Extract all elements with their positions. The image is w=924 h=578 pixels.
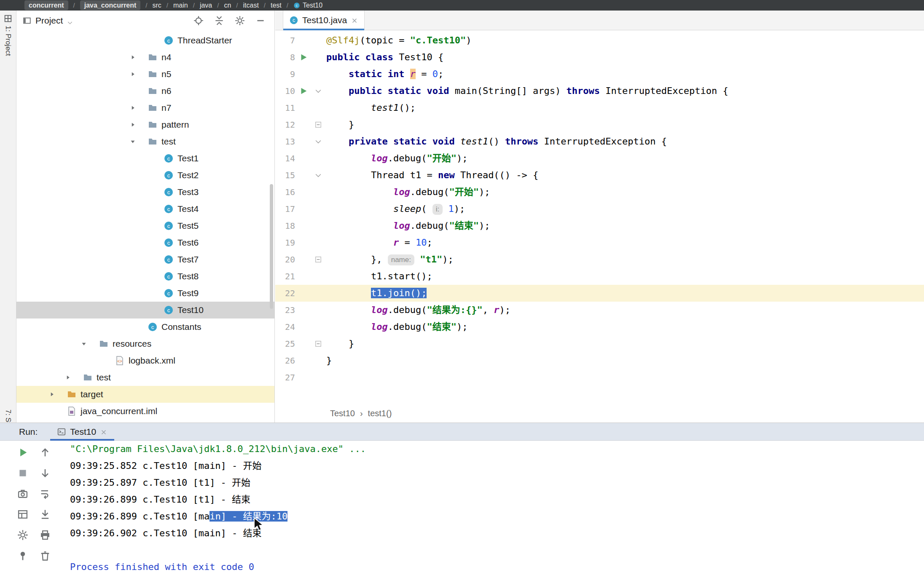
scroll-to-end-button[interactable] [39, 508, 51, 520]
breadcrumb-item-test[interactable]: test [271, 0, 282, 10]
tree-item-test7[interactable]: cTest7 [16, 251, 274, 268]
breadcrumb-item-main[interactable]: main [173, 0, 188, 10]
hide-button[interactable] [255, 15, 266, 26]
tree-item-test3[interactable]: cTest3 [16, 184, 274, 201]
editor-tab-test10-java[interactable]: c Test10.java [283, 11, 365, 30]
breadcrumb-item-cn[interactable]: cn [224, 0, 231, 10]
code-line-15[interactable]: 15 Thread t1 = new Thread(() -> { [275, 167, 924, 184]
stop-button[interactable] [17, 467, 29, 479]
tree-item-resources[interactable]: resources [16, 335, 274, 352]
fold-box-icon[interactable] [314, 340, 322, 348]
console-line[interactable]: 09:39:25.897 c.Test10 [t1] - 开始 [70, 474, 924, 491]
run-icon[interactable] [299, 53, 308, 62]
breadcrumb-item-src[interactable]: src [153, 0, 161, 10]
chevron-down-icon[interactable] [80, 340, 88, 348]
clear-console-button[interactable] [39, 550, 51, 562]
code-line-10[interactable]: 10 public static void main(String[] args… [275, 83, 924, 99]
rerun-button[interactable] [17, 447, 29, 458]
code-line-12[interactable]: 12 } [275, 116, 924, 133]
breadcrumb-item-itcast[interactable]: itcast [243, 0, 259, 10]
settings-button[interactable] [234, 15, 245, 26]
code-line-18[interactable]: 18 log.debug("结束"); [275, 217, 924, 234]
chevron-right-icon[interactable] [48, 391, 56, 398]
close-icon[interactable] [100, 428, 107, 436]
tree-item-n7[interactable]: n7 [16, 99, 274, 116]
tree-item-test8[interactable]: cTest8 [16, 268, 274, 285]
breadcrumb-item-test10[interactable]: cTest10 [293, 0, 322, 10]
project-scrollbar[interactable] [270, 184, 273, 309]
breadcrumb-class[interactable]: Test10 [330, 409, 355, 418]
code-line-13[interactable]: 13 private static void test1() throws In… [275, 133, 924, 150]
chevron-right-icon[interactable] [129, 54, 137, 61]
code-editor[interactable]: 7@Slf4j(topic = "c.Test10")8public class… [275, 32, 924, 386]
tree-item-n4[interactable]: n4 [16, 49, 274, 66]
code-line-16[interactable]: 16 log.debug("开始"); [275, 184, 924, 201]
project-stripe-button[interactable]: 1: Project [4, 26, 12, 56]
settings-button[interactable] [17, 529, 29, 541]
down-stack-button[interactable] [39, 467, 51, 479]
tree-item-threadstarter[interactable]: cThreadStarter [16, 32, 274, 49]
console-line[interactable]: 09:39:26.899 c.Test10 [t1] - 结束 [70, 491, 924, 508]
tree-item-test4[interactable]: cTest4 [16, 201, 274, 217]
code-line-23[interactable]: 23 log.debug("结果为:{}", r); [275, 302, 924, 318]
code-line-14[interactable]: 14 log.debug("开始"); [275, 150, 924, 167]
run-tab-test10[interactable]: Test10 [50, 423, 114, 441]
tree-item-test[interactable]: test [16, 133, 274, 150]
print-button[interactable] [39, 529, 51, 541]
fold-box-icon[interactable] [314, 255, 322, 264]
chevron-right-icon[interactable] [129, 121, 137, 128]
tree-item-java-concurrent-iml[interactable]: java_concurrent.iml [16, 403, 274, 420]
fold-open-icon[interactable] [314, 171, 322, 179]
breadcrumb-item-concurrent[interactable]: concurrent [24, 0, 68, 10]
tree-item-constants[interactable]: cConstants [16, 318, 274, 335]
tree-item-pattern[interactable]: pattern [16, 116, 274, 133]
code-line-9[interactable]: 9 static int r = 0; [275, 66, 924, 83]
tree-item-logback-xml[interactable]: <>logback.xml [16, 352, 274, 369]
chevron-right-icon[interactable] [129, 70, 137, 78]
console-output[interactable]: "C:\Program Files\Java\jdk1.8.0_212\bin\… [70, 441, 924, 578]
tree-item-n5[interactable]: n5 [16, 66, 274, 83]
fold-box-icon[interactable] [314, 120, 322, 129]
close-icon[interactable] [351, 17, 358, 24]
code-line-17[interactable]: 17 sleep( i: 1); [275, 201, 924, 217]
fold-open-icon[interactable] [314, 87, 322, 95]
collapse-all-button[interactable] [214, 15, 225, 26]
chevron-right-icon[interactable] [64, 374, 72, 381]
console-line[interactable]: 09:39:26.902 c.Test10 [main] - 结束 [70, 525, 924, 542]
camera-button[interactable] [17, 488, 29, 500]
tree-item-test[interactable]: test [16, 369, 274, 386]
up-stack-button[interactable] [39, 447, 51, 458]
chevron-down-icon[interactable] [129, 138, 137, 145]
breadcrumb-method[interactable]: test1() [368, 409, 392, 418]
breadcrumb-item-java-concurrent[interactable]: java_concurrent [80, 0, 141, 10]
tree-item-n6[interactable]: n6 [16, 83, 274, 99]
fold-open-icon[interactable] [314, 137, 322, 146]
tree-item-test9[interactable]: cTest9 [16, 285, 274, 302]
grid-icon[interactable] [3, 14, 13, 23]
code-line-27[interactable]: 27 [275, 369, 924, 386]
console-line[interactable]: Process finished with exit code 0 [70, 559, 924, 575]
code-line-22[interactable]: 22 t1.join(); [275, 285, 924, 302]
code-line-7[interactable]: 7@Slf4j(topic = "c.Test10") [275, 32, 924, 49]
restore-layout-button[interactable] [17, 508, 29, 520]
locate-button[interactable] [193, 15, 204, 26]
tree-item-test10[interactable]: cTest10 [16, 302, 274, 318]
project-panel-title[interactable]: Project [35, 16, 63, 26]
code-line-25[interactable]: 25 } [275, 335, 924, 352]
code-line-8[interactable]: 8public class Test10 { [275, 49, 924, 66]
pin-button[interactable] [17, 550, 29, 562]
tree-item-test5[interactable]: cTest5 [16, 217, 274, 234]
tree-item-test2[interactable]: cTest2 [16, 167, 274, 184]
console-line[interactable]: "C:\Program Files\Java\jdk1.8.0_212\bin\… [70, 441, 924, 458]
breadcrumb-item-java[interactable]: java [200, 0, 212, 10]
tree-item-target[interactable]: target [16, 386, 274, 403]
code-line-19[interactable]: 19 r = 10; [275, 234, 924, 251]
code-line-21[interactable]: 21 t1.start(); [275, 268, 924, 285]
console-line[interactable]: 09:39:26.899 c.Test10 [main] - 结果为:10 [70, 508, 924, 525]
console-line[interactable] [70, 542, 924, 559]
tree-item-test6[interactable]: cTest6 [16, 234, 274, 251]
code-line-11[interactable]: 11 test1(); [275, 99, 924, 116]
soft-wrap-button[interactable] [39, 488, 51, 500]
code-line-26[interactable]: 26} [275, 352, 924, 369]
code-line-24[interactable]: 24 log.debug("结束"); [275, 318, 924, 335]
